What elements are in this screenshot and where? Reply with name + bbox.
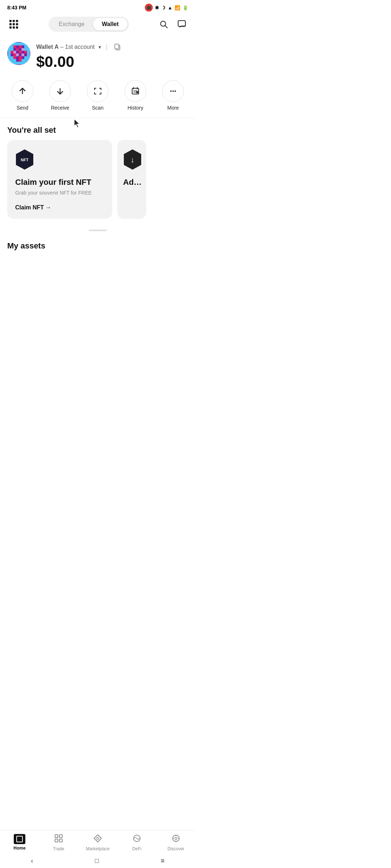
svg-rect-27 <box>22 56 25 59</box>
svg-rect-16 <box>22 51 25 54</box>
action-buttons: Send Receive Scan <box>0 73 196 116</box>
receive-label: Receive <box>51 105 70 111</box>
svg-rect-26 <box>19 56 22 59</box>
send-label: Send <box>17 105 29 111</box>
status-icons: ⬛ ✱ ☽ ▲ 📶 🔋 <box>145 4 188 12</box>
svg-line-1 <box>165 26 167 28</box>
nft-badge-container: NFT <box>15 149 104 170</box>
more-label: More <box>167 105 179 111</box>
history-icon <box>125 80 146 102</box>
nft-hexagon-badge: NFT <box>15 149 34 170</box>
cards-row: NFT Claim your first NFT Grab your souve… <box>0 140 196 226</box>
svg-rect-31 <box>115 44 119 49</box>
wallet-info: Wallet A – 1st account ▾ | $0.00 <box>36 42 188 70</box>
svg-point-41 <box>172 90 174 92</box>
promo-section-heading: You're all set <box>0 118 196 140</box>
bluetooth-icon: ✱ <box>155 5 159 10</box>
svg-rect-5 <box>16 46 19 48</box>
deposit-badge-container: ↓ <box>123 149 140 170</box>
top-nav: Exchange Wallet <box>0 14 196 36</box>
svg-rect-20 <box>16 54 19 56</box>
deposit-hexagon-badge: ↓ <box>123 149 142 170</box>
svg-rect-14 <box>16 51 19 54</box>
history-button[interactable]: History <box>121 80 150 111</box>
wallet-name-row: Wallet A – 1st account ▾ | <box>36 42 188 52</box>
svg-rect-28 <box>16 59 19 62</box>
svg-rect-17 <box>24 51 27 54</box>
send-icon <box>12 80 33 102</box>
deposit-promo-card[interactable]: ↓ Ad… <box>117 140 146 219</box>
svg-rect-18 <box>11 54 14 56</box>
receive-icon <box>49 80 71 102</box>
svg-rect-6 <box>19 46 22 48</box>
avatar[interactable] <box>7 42 30 65</box>
svg-rect-15 <box>19 51 22 54</box>
nft-card-subtitle: Grab your souvenir NFT for FREE <box>15 190 104 196</box>
svg-rect-9 <box>16 48 19 51</box>
wifi-icon: 📶 <box>175 5 180 10</box>
scan-icon <box>87 80 109 102</box>
send-button[interactable]: Send <box>8 80 37 111</box>
nft-card-title: Claim your first NFT <box>15 178 104 187</box>
svg-rect-12 <box>11 51 14 54</box>
moon-icon: ☽ <box>161 5 165 10</box>
my-assets-heading: My assets <box>0 238 196 256</box>
scan-label: Scan <box>92 105 104 111</box>
svg-rect-25 <box>16 56 19 59</box>
svg-point-40 <box>170 90 172 92</box>
svg-rect-13 <box>13 51 16 54</box>
scan-button[interactable]: Scan <box>83 80 112 111</box>
svg-rect-19 <box>13 54 16 56</box>
svg-rect-21 <box>19 54 22 56</box>
receive-button[interactable]: Receive <box>46 80 75 111</box>
wallet-tab[interactable]: Wallet <box>93 18 127 30</box>
svg-point-39 <box>136 91 138 93</box>
svg-rect-2 <box>178 21 185 26</box>
tab-switcher: Exchange Wallet <box>49 17 129 32</box>
svg-rect-8 <box>13 48 16 51</box>
exchange-tab[interactable]: Exchange <box>50 18 93 30</box>
nft-promo-card[interactable]: NFT Claim your first NFT Grab your souve… <box>7 140 112 219</box>
nav-actions <box>157 18 188 31</box>
status-time: 8:43 PM <box>7 5 26 10</box>
svg-rect-11 <box>22 48 25 51</box>
svg-rect-29 <box>19 59 22 62</box>
svg-rect-10 <box>19 48 22 51</box>
message-button[interactable] <box>175 18 188 31</box>
deposit-card-title: Ad… <box>123 178 140 187</box>
status-bar: 8:43 PM ⬛ ✱ ☽ ▲ 📶 🔋 <box>0 0 196 14</box>
wallet-balance: $0.00 <box>36 54 188 70</box>
grid-icon <box>9 20 18 29</box>
battery-icon: 🔋 <box>182 5 188 10</box>
svg-point-42 <box>175 90 176 92</box>
history-label: History <box>127 105 143 111</box>
claim-nft-link[interactable]: Claim NFT → <box>15 204 104 211</box>
svg-rect-22 <box>22 54 25 56</box>
more-button[interactable]: More <box>159 80 188 111</box>
scroll-indicator <box>0 226 196 238</box>
svg-rect-4 <box>13 46 16 48</box>
dropdown-arrow-icon[interactable]: ▾ <box>98 44 101 50</box>
wallet-name: Wallet A – 1st account <box>36 44 95 50</box>
svg-rect-7 <box>22 46 25 48</box>
svg-rect-24 <box>13 56 16 59</box>
signal-icon: ▲ <box>168 5 172 10</box>
bottom-spacer <box>0 256 196 300</box>
svg-text:NFT: NFT <box>21 158 29 162</box>
copy-icon[interactable] <box>113 42 123 52</box>
more-icon <box>162 80 184 102</box>
search-button[interactable] <box>157 18 170 31</box>
recording-icon: ⬛ <box>145 4 153 12</box>
grid-menu-button[interactable] <box>7 18 20 31</box>
svg-text:↓: ↓ <box>131 155 135 164</box>
svg-rect-23 <box>24 54 27 56</box>
divider: | <box>106 43 108 51</box>
wallet-header: Wallet A – 1st account ▾ | $0.00 <box>0 36 196 73</box>
scroll-pill <box>89 230 107 231</box>
